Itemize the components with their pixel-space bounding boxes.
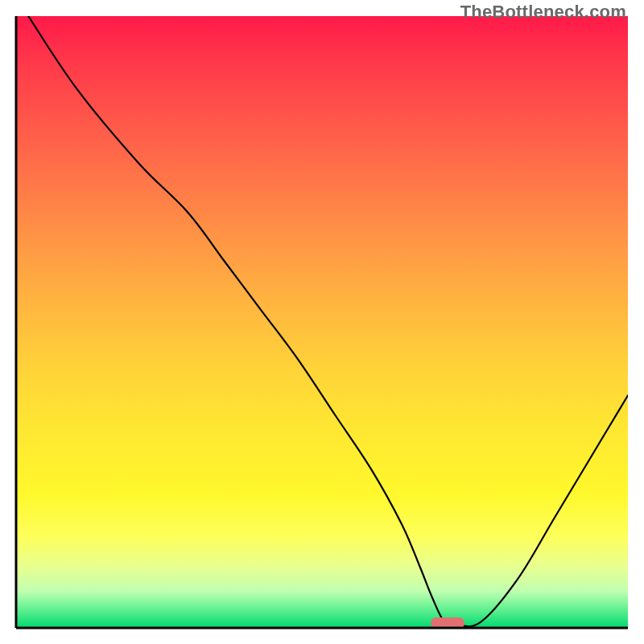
watermark-text: TheBottleneck.com (460, 2, 626, 23)
chart-background-gradient (16, 16, 628, 628)
optimal-point-marker (431, 617, 464, 629)
chart-container: TheBottleneck.com (0, 0, 644, 644)
